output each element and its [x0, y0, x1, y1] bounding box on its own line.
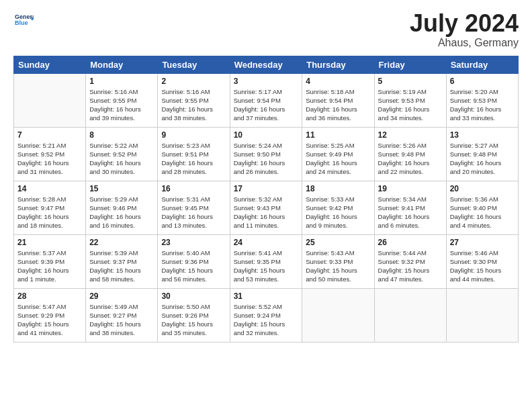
table-row: 3Sunrise: 5:17 AM Sunset: 9:54 PM Daylig…: [230, 73, 302, 127]
calendar-week-row: 28Sunrise: 5:47 AM Sunset: 9:29 PM Dayli…: [14, 288, 519, 342]
table-row: 22Sunrise: 5:39 AM Sunset: 9:37 PM Dayli…: [86, 234, 158, 288]
col-sunday: Sunday: [14, 56, 86, 73]
table-row: 1Sunrise: 5:16 AM Sunset: 9:55 PM Daylig…: [86, 73, 158, 127]
day-number: 30: [161, 291, 226, 301]
calendar-location: Ahaus, Germany: [410, 37, 519, 49]
day-info: Sunrise: 5:27 AM Sunset: 9:48 PM Dayligh…: [450, 141, 515, 177]
table-row: 26Sunrise: 5:44 AM Sunset: 9:32 PM Dayli…: [374, 234, 446, 288]
calendar-table: Sunday Monday Tuesday Wednesday Thursday…: [13, 56, 519, 342]
table-row: 31Sunrise: 5:52 AM Sunset: 9:24 PM Dayli…: [230, 288, 302, 342]
day-info: Sunrise: 5:32 AM Sunset: 9:43 PM Dayligh…: [234, 195, 299, 230]
day-info: Sunrise: 5:46 AM Sunset: 9:30 PM Dayligh…: [450, 248, 515, 284]
day-info: Sunrise: 5:44 AM Sunset: 9:32 PM Dayligh…: [378, 248, 443, 284]
day-info: Sunrise: 5:21 AM Sunset: 9:52 PM Dayligh…: [17, 141, 82, 177]
day-number: 22: [89, 238, 154, 247]
day-number: 23: [161, 238, 226, 247]
table-row: 27Sunrise: 5:46 AM Sunset: 9:30 PM Dayli…: [446, 234, 518, 288]
day-number: 28: [17, 291, 82, 301]
day-info: Sunrise: 5:22 AM Sunset: 9:52 PM Dayligh…: [89, 141, 154, 177]
day-info: Sunrise: 5:19 AM Sunset: 9:53 PM Dayligh…: [378, 87, 443, 123]
table-row: 19Sunrise: 5:34 AM Sunset: 9:41 PM Dayli…: [374, 181, 446, 234]
table-row: 30Sunrise: 5:50 AM Sunset: 9:26 PM Dayli…: [158, 288, 230, 342]
table-row: [14, 73, 86, 127]
logo: General Blue: [13, 10, 34, 29]
day-number: 16: [161, 184, 226, 193]
weekday-header-row: Sunday Monday Tuesday Wednesday Thursday…: [14, 56, 519, 73]
day-info: Sunrise: 5:49 AM Sunset: 9:27 PM Dayligh…: [89, 302, 154, 338]
table-row: 9Sunrise: 5:23 AM Sunset: 9:51 PM Daylig…: [158, 127, 230, 181]
day-info: Sunrise: 5:40 AM Sunset: 9:36 PM Dayligh…: [161, 248, 226, 284]
calendar-week-row: 7Sunrise: 5:21 AM Sunset: 9:52 PM Daylig…: [14, 127, 519, 181]
day-number: 9: [161, 130, 226, 140]
day-info: Sunrise: 5:34 AM Sunset: 9:41 PM Dayligh…: [378, 195, 443, 230]
day-info: Sunrise: 5:17 AM Sunset: 9:54 PM Dayligh…: [234, 87, 299, 123]
table-row: 7Sunrise: 5:21 AM Sunset: 9:52 PM Daylig…: [14, 127, 86, 181]
table-row: 18Sunrise: 5:33 AM Sunset: 9:42 PM Dayli…: [302, 181, 374, 234]
day-info: Sunrise: 5:37 AM Sunset: 9:39 PM Dayligh…: [17, 248, 82, 284]
day-number: 31: [234, 291, 299, 301]
day-info: Sunrise: 5:23 AM Sunset: 9:51 PM Dayligh…: [161, 141, 226, 177]
day-number: 8: [89, 130, 154, 140]
day-number: 10: [234, 130, 299, 140]
calendar-week-row: 14Sunrise: 5:28 AM Sunset: 9:47 PM Dayli…: [14, 181, 519, 234]
table-row: 25Sunrise: 5:43 AM Sunset: 9:33 PM Dayli…: [302, 234, 374, 288]
table-row: 21Sunrise: 5:37 AM Sunset: 9:39 PM Dayli…: [14, 234, 86, 288]
col-thursday: Thursday: [302, 56, 374, 73]
day-info: Sunrise: 5:16 AM Sunset: 9:55 PM Dayligh…: [161, 87, 226, 123]
day-number: 29: [89, 291, 154, 301]
table-row: 28Sunrise: 5:47 AM Sunset: 9:29 PM Dayli…: [14, 288, 86, 342]
day-number: 24: [234, 238, 299, 247]
table-row: 16Sunrise: 5:31 AM Sunset: 9:45 PM Dayli…: [158, 181, 230, 234]
table-row: 24Sunrise: 5:41 AM Sunset: 9:35 PM Dayli…: [230, 234, 302, 288]
table-row: 15Sunrise: 5:29 AM Sunset: 9:46 PM Dayli…: [86, 181, 158, 234]
day-info: Sunrise: 5:20 AM Sunset: 9:53 PM Dayligh…: [450, 87, 515, 123]
day-info: Sunrise: 5:28 AM Sunset: 9:47 PM Dayligh…: [17, 195, 82, 230]
day-number: 14: [17, 184, 82, 193]
calendar-week-row: 1Sunrise: 5:16 AM Sunset: 9:55 PM Daylig…: [14, 73, 519, 127]
col-saturday: Saturday: [446, 56, 518, 73]
col-friday: Friday: [374, 56, 446, 73]
page: General Blue July 2024 Ahaus, Germany Su…: [0, 0, 532, 411]
day-number: 25: [306, 238, 370, 247]
day-info: Sunrise: 5:43 AM Sunset: 9:33 PM Dayligh…: [306, 248, 370, 284]
day-number: 18: [306, 184, 370, 193]
day-number: 15: [89, 184, 154, 193]
day-info: Sunrise: 5:41 AM Sunset: 9:35 PM Dayligh…: [234, 248, 299, 284]
day-number: 3: [234, 77, 299, 86]
table-row: 17Sunrise: 5:32 AM Sunset: 9:43 PM Dayli…: [230, 181, 302, 234]
calendar-week-row: 21Sunrise: 5:37 AM Sunset: 9:39 PM Dayli…: [14, 234, 519, 288]
day-number: 20: [450, 184, 515, 193]
day-number: 1: [89, 77, 154, 86]
logo-icon: General Blue: [15, 10, 34, 29]
day-number: 21: [17, 238, 82, 247]
table-row: 11Sunrise: 5:25 AM Sunset: 9:49 PM Dayli…: [302, 127, 374, 181]
day-number: 4: [306, 77, 370, 86]
table-row: 5Sunrise: 5:19 AM Sunset: 9:53 PM Daylig…: [374, 73, 446, 127]
table-row: 8Sunrise: 5:22 AM Sunset: 9:52 PM Daylig…: [86, 127, 158, 181]
table-row: 14Sunrise: 5:28 AM Sunset: 9:47 PM Dayli…: [14, 181, 86, 234]
col-wednesday: Wednesday: [230, 56, 302, 73]
table-row: 6Sunrise: 5:20 AM Sunset: 9:53 PM Daylig…: [446, 73, 518, 127]
col-monday: Monday: [86, 56, 158, 73]
day-info: Sunrise: 5:47 AM Sunset: 9:29 PM Dayligh…: [17, 302, 82, 338]
table-row: [302, 288, 374, 342]
day-info: Sunrise: 5:29 AM Sunset: 9:46 PM Dayligh…: [89, 195, 154, 230]
table-row: 10Sunrise: 5:24 AM Sunset: 9:50 PM Dayli…: [230, 127, 302, 181]
day-info: Sunrise: 5:39 AM Sunset: 9:37 PM Dayligh…: [89, 248, 154, 284]
day-number: 6: [450, 77, 515, 86]
table-row: [374, 288, 446, 342]
header: General Blue July 2024 Ahaus, Germany: [13, 10, 519, 49]
day-info: Sunrise: 5:18 AM Sunset: 9:54 PM Dayligh…: [306, 87, 370, 123]
day-info: Sunrise: 5:50 AM Sunset: 9:26 PM Dayligh…: [161, 302, 226, 338]
day-info: Sunrise: 5:16 AM Sunset: 9:55 PM Dayligh…: [89, 87, 154, 123]
table-row: 29Sunrise: 5:49 AM Sunset: 9:27 PM Dayli…: [86, 288, 158, 342]
col-tuesday: Tuesday: [158, 56, 230, 73]
table-row: 23Sunrise: 5:40 AM Sunset: 9:36 PM Dayli…: [158, 234, 230, 288]
table-row: 13Sunrise: 5:27 AM Sunset: 9:48 PM Dayli…: [446, 127, 518, 181]
day-info: Sunrise: 5:36 AM Sunset: 9:40 PM Dayligh…: [450, 195, 515, 230]
table-row: 20Sunrise: 5:36 AM Sunset: 9:40 PM Dayli…: [446, 181, 518, 234]
svg-text:Blue: Blue: [15, 19, 28, 26]
title-block: July 2024 Ahaus, Germany: [410, 10, 519, 49]
day-info: Sunrise: 5:25 AM Sunset: 9:49 PM Dayligh…: [306, 141, 370, 177]
day-info: Sunrise: 5:33 AM Sunset: 9:42 PM Dayligh…: [306, 195, 370, 230]
